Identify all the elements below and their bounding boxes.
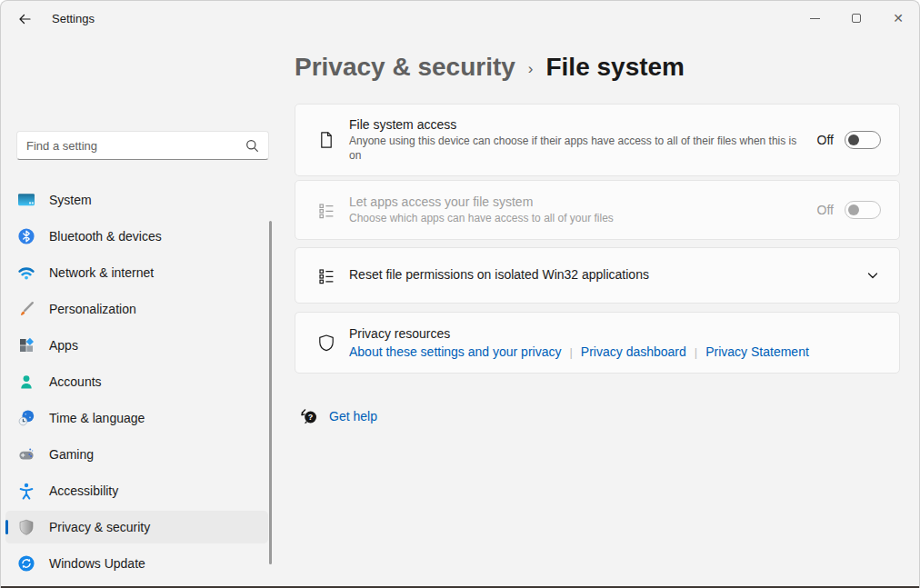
app-list-icon [316, 200, 336, 220]
link-privacy-statement[interactable]: Privacy Statement [705, 344, 809, 359]
toggle-state-label: Off [817, 203, 834, 217]
maximize-icon [852, 14, 861, 23]
sidebar-scrollbar[interactable] [269, 221, 272, 564]
sidebar-item-label: Accessibility [49, 483, 118, 498]
link-separator: | [695, 345, 697, 359]
search-icon[interactable] [245, 139, 259, 153]
sidebar-item-gaming[interactable]: Gaming [5, 438, 268, 471]
toggle-knob [848, 135, 859, 145]
card-file-system-access: File system access Anyone using this dev… [295, 104, 900, 176]
sidebar-item-label: System [49, 193, 92, 207]
search-input[interactable] [26, 139, 245, 153]
gaming-icon [17, 445, 35, 463]
toggle-state-label: Off [817, 133, 834, 147]
sidebar-item-time-language[interactable]: Time & language [5, 402, 268, 434]
sidebar-item-system[interactable]: System [5, 184, 268, 216]
sidebar-item-label: Windows Update [49, 556, 145, 571]
selected-accent-bar [5, 520, 8, 534]
back-arrow-icon [17, 12, 32, 26]
privacy-links: About these settings and your privacy | … [349, 344, 866, 359]
card-reset-file-permissions[interactable]: Reset file permissions on isolated Win32… [295, 247, 900, 304]
network-icon [17, 264, 35, 282]
card-let-apps-access: Let apps access your file system Choose … [295, 180, 900, 240]
accessibility-icon [17, 482, 35, 500]
sidebar-item-bluetooth-devices[interactable]: Bluetooth & devices [5, 220, 268, 253]
breadcrumb-parent[interactable]: Privacy & security [295, 53, 515, 82]
maximize-button[interactable] [835, 1, 877, 35]
svg-text:?: ? [308, 413, 314, 422]
window-title: Settings [52, 12, 95, 25]
card-privacy-resources: Privacy resources About these settings a… [295, 312, 900, 374]
personalization-icon [17, 300, 35, 318]
titlebar: Settings ✕ [1, 1, 919, 37]
app-list-icon [316, 265, 336, 285]
setting-title: Reset file permissions on isolated Win32… [349, 267, 850, 282]
setting-title: Let apps access your file system [349, 194, 803, 209]
document-icon [316, 130, 336, 150]
system-icon [17, 191, 35, 209]
get-help-row: ? Get help [298, 405, 377, 427]
sidebar-item-label: Network & internet [49, 265, 154, 280]
sidebar-item-accessibility[interactable]: Accessibility [5, 474, 268, 507]
chevron-down-icon [865, 267, 881, 284]
file-system-access-toggle[interactable] [845, 131, 881, 149]
close-icon: ✕ [893, 12, 904, 25]
accounts-icon [17, 373, 35, 391]
sidebar-item-apps[interactable]: Apps [5, 329, 268, 362]
get-help-link[interactable]: Get help [329, 409, 377, 424]
toggle-knob [848, 204, 859, 215]
get-help-icon: ? [298, 405, 320, 427]
breadcrumb-separator-icon: › [528, 60, 534, 78]
link-separator: | [569, 345, 572, 359]
bluetooth-icon [17, 227, 35, 245]
link-privacy-dashboard[interactable]: Privacy dashboard [581, 344, 686, 359]
window-controls: ✕ [794, 1, 919, 35]
minimize-button[interactable] [794, 1, 835, 35]
windows-update-icon [17, 554, 35, 573]
setting-description: Choose which apps can have access to all… [349, 211, 803, 225]
setting-title: Privacy resources [349, 326, 866, 341]
sidebar-item-label: Apps [49, 338, 78, 353]
privacy-security-icon [17, 518, 35, 536]
expand-button[interactable] [865, 267, 881, 284]
link-about-settings-privacy[interactable]: About these settings and your privacy [349, 344, 561, 359]
sidebar-item-label: Privacy & security [49, 520, 150, 534]
setting-description: Anyone using this device can choose if t… [349, 134, 803, 163]
shield-outline-icon [316, 333, 336, 353]
sidebar-item-label: Personalization [49, 302, 136, 316]
setting-title: File system access [349, 117, 803, 132]
sidebar: System Bluetooth & devices Network & int… [5, 184, 268, 583]
minimize-icon [810, 18, 820, 19]
breadcrumb: Privacy & security › File system [295, 53, 685, 82]
sidebar-item-label: Gaming [49, 447, 94, 462]
sidebar-item-accounts[interactable]: Accounts [5, 365, 268, 398]
sidebar-item-personalization[interactable]: Personalization [5, 293, 268, 325]
sidebar-item-label: Time & language [49, 411, 145, 425]
settings-window: Settings ✕ System [0, 0, 920, 588]
sidebar-item-windows-update[interactable]: Windows Update [5, 547, 268, 580]
sidebar-item-network-internet[interactable]: Network & internet [5, 256, 268, 289]
sidebar-item-label: Accounts [49, 374, 102, 389]
search-box [16, 131, 269, 160]
close-button[interactable]: ✕ [877, 1, 919, 35]
let-apps-access-toggle [845, 201, 881, 219]
page-title: File system [545, 53, 685, 82]
apps-icon [17, 336, 35, 354]
back-button[interactable] [8, 5, 41, 34]
time-language-icon [17, 409, 35, 427]
sidebar-item-privacy-security[interactable]: Privacy & security [5, 511, 268, 543]
sidebar-item-label: Bluetooth & devices [49, 229, 162, 244]
